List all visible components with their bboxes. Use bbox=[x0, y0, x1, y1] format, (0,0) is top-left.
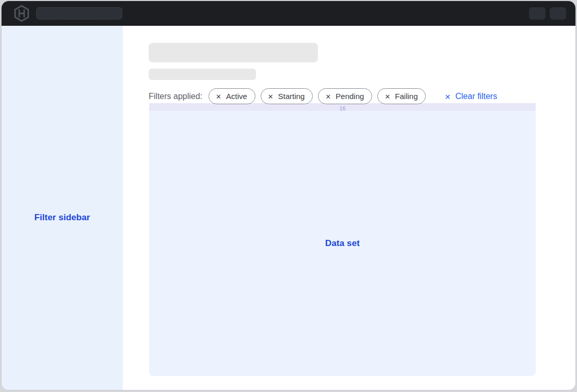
dismiss-icon: ✕ bbox=[384, 93, 390, 100]
filter-chip-label: Starting bbox=[278, 92, 305, 101]
filter-chip-failing[interactable]: Failing ✕ Failing bbox=[377, 88, 426, 104]
filters-applied-row: Filters applied: ✕ Active ✕ Starting ✕ P… bbox=[149, 88, 497, 104]
data-set-region: Data set bbox=[149, 111, 536, 376]
app-window: Filter sidebar Filters applied: ✕ Active… bbox=[2, 1, 575, 390]
nav-action-placeholder-1[interactable] bbox=[529, 7, 546, 20]
clear-filters-icon: ✕ bbox=[444, 93, 451, 100]
nav-search-placeholder[interactable] bbox=[36, 7, 122, 20]
filter-chip-label: Failing bbox=[395, 92, 418, 101]
clear-filters-label: Clear filters bbox=[455, 92, 497, 101]
dismiss-icon: ✕ bbox=[216, 93, 221, 100]
nav-actions bbox=[529, 7, 566, 20]
spacing-annotation-bar: 16 bbox=[149, 103, 536, 111]
page-title-placeholder bbox=[149, 43, 318, 62]
spacing-annotation-value: 16 bbox=[339, 105, 345, 111]
filter-chip-starting[interactable]: ✕ Starting bbox=[261, 88, 313, 104]
filter-chip-label: Active bbox=[226, 92, 247, 101]
dismiss-icon: ✕ bbox=[268, 93, 274, 100]
page-subtitle-placeholder bbox=[149, 69, 256, 80]
data-set-label: Data set bbox=[325, 238, 360, 249]
filter-sidebar-label: Filter sidebar bbox=[2, 213, 123, 223]
filters-applied-label: Filters applied: bbox=[149, 92, 202, 101]
filter-sidebar: Filter sidebar bbox=[2, 26, 123, 390]
filter-chip-active[interactable]: ✕ Active bbox=[209, 88, 255, 104]
filter-chip-pending[interactable]: ✕ Pending bbox=[318, 88, 372, 104]
filter-chip-label: Pending bbox=[335, 92, 364, 101]
dismiss-icon: ✕ bbox=[325, 93, 331, 100]
clear-filters-button[interactable]: ✕ Clear filters bbox=[444, 92, 497, 101]
nav-action-placeholder-2[interactable] bbox=[550, 7, 566, 20]
hashicorp-logo-icon bbox=[12, 4, 31, 23]
top-nav-bar bbox=[2, 1, 575, 26]
